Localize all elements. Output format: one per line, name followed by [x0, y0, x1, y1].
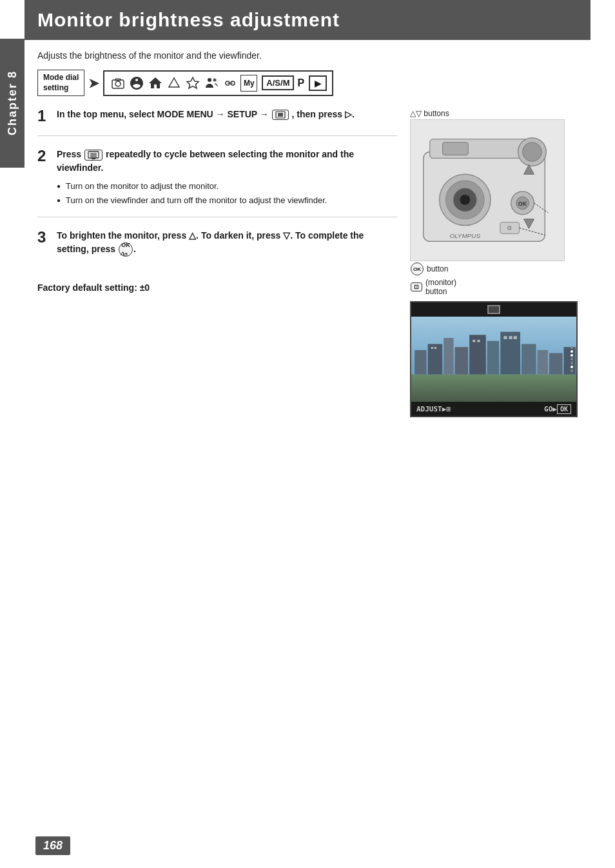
step-2-number: 2 [37, 148, 50, 208]
buttons-annotation: △▽ buttons [410, 109, 449, 118]
arrow-icon: ➤ [88, 75, 99, 91]
step-2-text: Press repeatedly to cycle between select… [57, 148, 397, 175]
camera-image: OK ⊡ OLYMPUS [410, 119, 565, 261]
svg-rect-49 [509, 336, 512, 339]
svg-point-5 [208, 78, 211, 82]
screen-monitor-icon [487, 305, 500, 314]
mode-icon-play: ▶ [309, 75, 327, 91]
page-title: Monitor brightness adjustment [37, 9, 578, 31]
step-3-number: 3 [37, 229, 50, 262]
svg-marker-4 [187, 77, 199, 88]
ok-annotation-icon: OK [411, 262, 424, 275]
mode-icon-camera [110, 75, 126, 92]
camera-annotation-block: △▽ buttons [410, 108, 578, 296]
screen-indicator [569, 317, 575, 402]
svg-rect-35 [444, 338, 453, 375]
intro-text: Adjusts the brightness of the monitor an… [37, 50, 578, 61]
step-1-content: In the top menu, select MODE MENU → SETU… [57, 108, 397, 126]
svg-rect-44 [431, 347, 433, 349]
step-3: 3 To brighten the monitor, press △. To d… [37, 229, 397, 271]
screen-ok-box: OK [557, 404, 571, 414]
step-1: 1 In the top menu, select MODE MENU → SE… [37, 108, 397, 136]
chapter-tab: Chapter 8 [0, 39, 24, 168]
screen-cityscape [411, 317, 576, 402]
mode-icon-star [184, 75, 201, 92]
screen-top-bar [411, 302, 576, 317]
page-number-box: 168 [35, 836, 70, 855]
factory-default-label: Factory default setting: [37, 282, 137, 293]
factory-default: Factory default setting: ±0 [37, 282, 397, 293]
indicator-dots [569, 346, 575, 372]
svg-rect-48 [503, 336, 507, 339]
ok-button-annotation: button [427, 264, 448, 273]
ok-button-icon: OK⁄₁₅ [119, 242, 133, 257]
svg-rect-11 [92, 158, 95, 159]
monitor-button-annotation: (monitor)button [425, 278, 456, 296]
mode-icons-box: My A/S/M P ▶ [103, 70, 333, 96]
mode-icon-people [203, 75, 220, 92]
svg-rect-50 [514, 336, 517, 339]
mode-icon-landscape [166, 75, 182, 92]
mode-dial-row: Mode dial setting ➤ [37, 70, 578, 96]
svg-rect-38 [487, 341, 499, 375]
svg-point-1 [115, 81, 121, 86]
svg-rect-8 [278, 113, 283, 117]
svg-text:OK: OK [518, 201, 527, 207]
svg-rect-45 [434, 347, 436, 349]
step-1-number: 1 [37, 108, 50, 126]
svg-rect-18 [443, 143, 469, 155]
go-label: GO▶OK [544, 405, 571, 413]
step-2: 2 Press repeatedly to cycle between sele… [37, 148, 397, 217]
svg-rect-32 [411, 375, 576, 402]
setup-icon-box [272, 110, 289, 120]
mode-dial-label: Mode dial setting [37, 70, 84, 96]
svg-text:OLYMPUS: OLYMPUS [450, 233, 481, 240]
step-2-bullet-2: Turn on the viewfinder and turn off the … [57, 194, 397, 207]
mode-icon-sport [222, 75, 239, 92]
step-2-content: Press repeatedly to cycle between select… [57, 148, 397, 208]
dot-3 [571, 354, 573, 357]
dot-1 [571, 346, 573, 349]
page-number: 168 [43, 839, 63, 852]
svg-text:⊡: ⊡ [507, 226, 512, 232]
svg-rect-36 [455, 347, 468, 374]
screen-bottom-bar: ADJUST▶⊞ GO▶OK [411, 402, 576, 416]
dot-5 [571, 362, 573, 364]
dot-4 [571, 358, 573, 360]
step-2-bullet-1: Turn on the monitor to adjust the monito… [57, 180, 397, 193]
svg-marker-3 [169, 78, 179, 87]
dot-6 [571, 366, 573, 368]
step-3-text: To brighten the monitor, press △. To dar… [57, 229, 397, 257]
monitor-btn-icon [84, 150, 102, 161]
svg-point-20 [523, 143, 542, 162]
mode-icon-home [147, 75, 164, 92]
chapter-label: Chapter 8 [6, 70, 19, 135]
mode-icon-p: P [297, 77, 304, 89]
mode-icon-asm: A/S/M [262, 75, 294, 90]
svg-rect-33 [415, 350, 426, 375]
right-column: △▽ buttons [410, 108, 578, 417]
svg-point-6 [213, 78, 217, 81]
svg-rect-41 [538, 350, 548, 375]
factory-default-value: ±0 [140, 282, 150, 293]
svg-rect-47 [477, 340, 480, 342]
mode-icon-settings [128, 75, 145, 92]
svg-rect-40 [522, 344, 536, 375]
screen-inner: ADJUST▶⊞ GO▶OK [411, 302, 576, 416]
mode-icon-my: My [240, 75, 257, 92]
dot-2 [571, 350, 573, 353]
svg-rect-10 [90, 153, 97, 157]
svg-point-17 [460, 195, 470, 205]
screen-preview: ADJUST▶⊞ GO▶OK [410, 301, 578, 417]
steps-left: 1 In the top menu, select MODE MENU → SE… [37, 108, 397, 417]
step-1-text: In the top menu, select MODE MENU → SETU… [57, 108, 397, 121]
steps-area: 1 In the top menu, select MODE MENU → SE… [37, 108, 578, 417]
svg-rect-42 [549, 353, 562, 375]
step-2-bullets: Turn on the monitor to adjust the monito… [57, 180, 397, 206]
main-content: Adjusts the brightness of the monitor an… [24, 40, 591, 428]
monitor-annotation-icon: ⊡ [411, 282, 422, 291]
dot-7 [571, 370, 573, 372]
svg-rect-46 [473, 340, 475, 342]
title-bar: Monitor brightness adjustment [24, 0, 591, 40]
adjust-label: ADJUST▶⊞ [416, 405, 451, 413]
